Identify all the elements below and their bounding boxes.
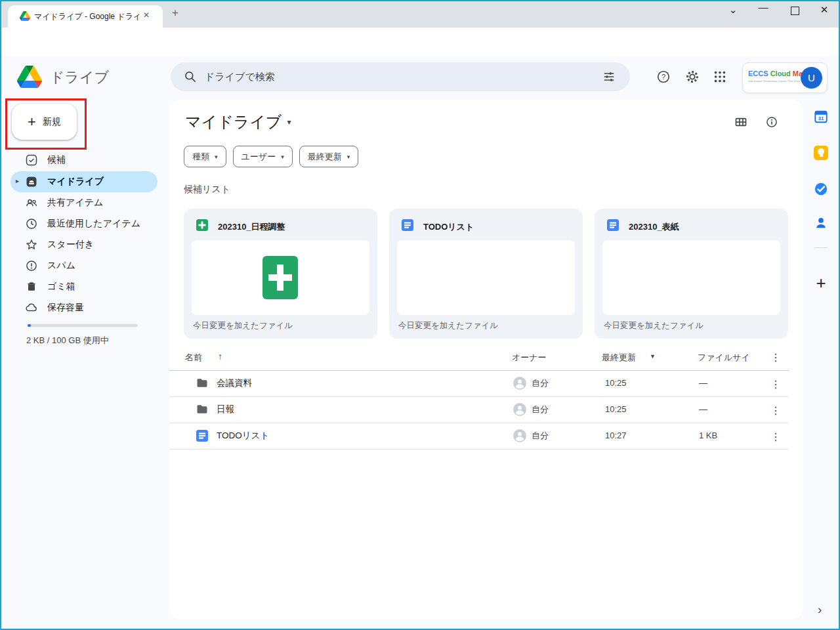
file-row[interactable]: 日報 自分 10:25 — ⋮ — [169, 396, 789, 423]
file-list-header: 名前 ↑ オーナー 最終更新 ▼ ファイルサイ ⋮ — [169, 349, 789, 371]
sidebar-item-suggestions[interactable]: 候補 — [0, 150, 158, 171]
tab-title: マイドライブ - Google ドライブ — [34, 11, 139, 22]
search-icon — [184, 70, 197, 83]
spam-icon — [25, 259, 38, 272]
shared-people-icon — [25, 196, 38, 209]
contacts-icon[interactable] — [814, 216, 828, 230]
sidebar-item-spam[interactable]: スパム — [0, 255, 158, 276]
chip-caret-icon: ▾ — [281, 154, 284, 160]
card-file-name: 202310_表紙 — [629, 221, 679, 233]
drive-avatar[interactable]: U — [801, 67, 822, 89]
document-icon — [606, 219, 620, 232]
file-name: TODOリスト — [217, 423, 269, 449]
suggestions-section-label: 候補リスト — [184, 184, 230, 196]
file-name: 日報 — [217, 396, 234, 423]
tab-close-icon[interactable]: ✕ — [143, 10, 150, 20]
title-caret-icon: ▾ — [287, 117, 291, 127]
file-size: 1 KB — [699, 423, 717, 449]
tasks-icon[interactable] — [814, 182, 828, 196]
storage-usage-text: 2 KB / 100 GB 使用中 — [26, 335, 109, 346]
column-owner[interactable]: オーナー — [512, 352, 547, 364]
column-name[interactable]: 名前 — [185, 352, 202, 364]
file-size: — — [699, 396, 707, 423]
suggestion-card[interactable]: TODOリスト 今日変更を加えたファイル — [389, 209, 583, 339]
add-app-icon[interactable]: + — [814, 273, 828, 293]
filter-label: ユーザー — [242, 151, 276, 163]
help-icon[interactable]: ? — [656, 70, 671, 84]
card-file-name: TODOリスト — [423, 221, 474, 233]
search-placeholder: ドライブで検索 — [205, 62, 275, 91]
account-brand: ECCS Cloud Mail — [748, 70, 807, 77]
sidebar-item-label: マイドライブ — [47, 176, 104, 188]
suggestions-icon — [25, 154, 38, 167]
file-modified: 10:25 — [605, 396, 627, 423]
app-name: ドライブ — [50, 68, 109, 87]
new-button[interactable]: + 新規 — [12, 104, 77, 140]
window-close-button[interactable]: ✕ — [818, 4, 831, 16]
suggestion-card[interactable]: 202310_日程調整 今日変更を加えたファイル — [184, 209, 377, 339]
suggestion-card[interactable]: 202310_表紙 今日変更を加えたファイル — [595, 209, 788, 339]
search-bar[interactable]: ドライブで検索 — [171, 62, 630, 91]
filter-label: 最終更新 — [308, 151, 342, 163]
card-preview — [192, 240, 369, 315]
row-menu-icon[interactable]: ⋮ — [770, 404, 781, 417]
filter-chip-modified[interactable]: 最終更新 ▾ — [299, 146, 359, 167]
show-panel-chevron-icon[interactable]: › — [818, 602, 822, 617]
rail-divider — [814, 247, 828, 248]
card-preview — [397, 240, 575, 315]
browser-toolbar: ← → ↻ drive.google.com/drive/my-drive ☆ … — [0, 28, 840, 56]
keep-icon[interactable] — [814, 146, 828, 160]
document-icon — [401, 219, 414, 232]
column-size[interactable]: ファイルサイ — [698, 352, 750, 364]
row-menu-icon[interactable]: ⋮ — [770, 430, 781, 443]
filter-label: 種類 — [192, 151, 209, 163]
owner-avatar — [513, 403, 526, 416]
sort-desc-icon[interactable]: ▼ — [650, 353, 656, 360]
svg-text:?: ? — [662, 73, 665, 81]
card-file-name: 202310_日程調整 — [218, 221, 285, 233]
sort-asc-icon[interactable]: ↑ — [218, 351, 222, 362]
new-button-label: 新規 — [43, 116, 61, 128]
storage-cloud-icon — [25, 301, 38, 314]
sidebar-item-shared[interactable]: 共有アイテム — [0, 192, 158, 213]
card-preview — [602, 240, 780, 315]
drive-logo — [17, 66, 42, 88]
calendar-icon[interactable]: 31 — [814, 110, 828, 124]
sidebar-item-storage[interactable]: 保存容量 — [0, 297, 158, 318]
sidebar-item-trash[interactable]: ゴミ箱 — [0, 276, 158, 297]
main-content: マイドライブ ▾ 種類 ▾ ユーザー ▾ 最終更新 ▾ 候補リスト — [169, 100, 803, 620]
file-row[interactable]: 会議資料 自分 10:25 — ⋮ — [169, 370, 789, 397]
sidebar-item-recent[interactable]: 最近使用したアイテム — [0, 213, 158, 234]
search-options-icon[interactable] — [602, 70, 616, 83]
owner-avatar — [513, 377, 526, 390]
card-reason: 今日変更を加えたファイル — [398, 320, 498, 331]
sidebar-item-my-drive[interactable]: ▸ マイドライブ — [0, 171, 158, 192]
settings-gear-icon[interactable] — [685, 70, 700, 84]
filter-chip-user[interactable]: ユーザー ▾ — [233, 146, 293, 167]
page-title-button[interactable]: マイドライブ ▾ — [185, 112, 291, 133]
tab-search-icon[interactable]: ⌄ — [726, 4, 740, 16]
new-tab-button[interactable]: + — [172, 7, 178, 20]
card-reason: 今日変更を加えたファイル — [604, 320, 704, 331]
filter-chip-type[interactable]: 種類 ▾ — [184, 146, 226, 167]
starred-icon — [25, 238, 38, 251]
info-icon[interactable] — [765, 116, 778, 129]
storage-progress-fill — [28, 324, 31, 327]
sidebar-item-label: ゴミ箱 — [47, 281, 75, 293]
recent-clock-icon — [25, 217, 38, 230]
grid-view-icon[interactable] — [734, 116, 748, 129]
column-modified[interactable]: 最終更新 — [602, 352, 636, 364]
my-drive-icon — [25, 175, 38, 188]
sidebar-item-starred[interactable]: スター付き — [0, 234, 158, 255]
maximize-button[interactable] — [791, 7, 799, 15]
file-row[interactable]: TODOリスト 自分 10:27 1 KB ⋮ — [169, 423, 789, 450]
apps-grid-icon[interactable] — [713, 70, 727, 84]
sidebar-item-label: 最近使用したアイテム — [47, 218, 140, 230]
browser-tab[interactable]: マイドライブ - Google ドライブ ✕ — [8, 5, 163, 28]
expand-caret-icon[interactable]: ▸ — [16, 177, 19, 184]
list-header-menu-icon[interactable]: ⋮ — [770, 351, 781, 364]
row-menu-icon[interactable]: ⋮ — [770, 378, 781, 390]
card-reason: 今日変更を加えたファイル — [193, 320, 293, 331]
account-card[interactable]: ECCS Cloud Mail Information Technology C… — [742, 62, 828, 93]
minimize-button[interactable]: — — [757, 1, 770, 12]
